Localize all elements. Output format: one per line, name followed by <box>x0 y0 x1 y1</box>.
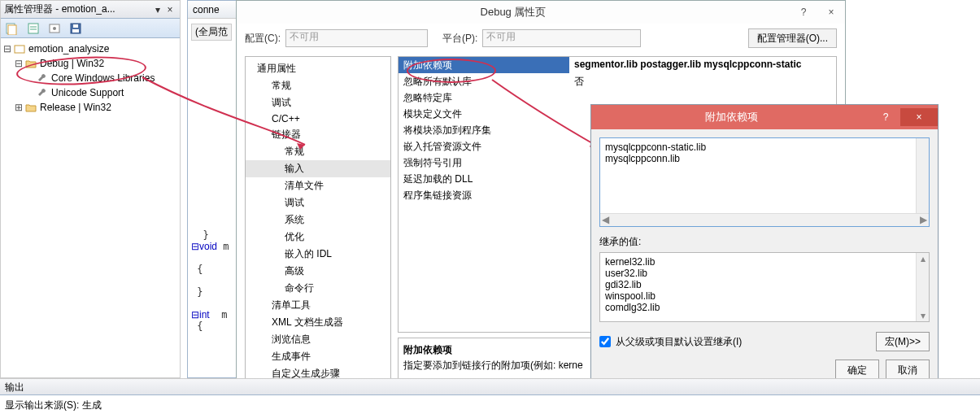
cat-linker[interactable]: 链接器 <box>246 126 390 143</box>
code-line <box>191 298 240 309</box>
inherit-checkbox-label: 从父级或项目默认设置继承(I) <box>616 335 742 349</box>
output-source-value[interactable]: 生成 <box>82 399 102 411</box>
cat-buildevt[interactable]: 生成事件 <box>246 348 390 365</box>
code-line: } <box>191 229 240 241</box>
code-line: { <box>191 264 240 275</box>
dep-line: mysqlcppconn.lib <box>605 153 924 164</box>
scrollbar-vertical[interactable]: ▴▾ <box>916 253 929 321</box>
wrench-icon <box>37 87 48 98</box>
cat-regular1[interactable]: 常规 <box>246 77 390 94</box>
svg-rect-1 <box>8 25 16 35</box>
tb-icon-2[interactable] <box>27 22 40 35</box>
cat-debug[interactable]: 调试 <box>246 94 390 111</box>
config-manager-button[interactable]: 配置管理器(O)... <box>748 28 837 48</box>
tb-icon-1[interactable] <box>6 22 19 35</box>
cat-manifest-tool[interactable]: 清单工具 <box>246 297 390 314</box>
cat-linker-advanced[interactable]: 高级 <box>246 263 390 280</box>
dropdown-icon[interactable]: ▾ <box>152 4 163 15</box>
help-button[interactable]: ? <box>871 108 900 126</box>
grid-row[interactable]: 忽略特定库 <box>399 89 836 106</box>
inherit-item: kernel32.lib <box>605 256 924 268</box>
tb-icon-3[interactable] <box>48 22 61 35</box>
code-line: { <box>191 320 240 332</box>
annotation-circle-2 <box>407 59 496 83</box>
inherit-item: gdi32.lib <box>605 279 924 290</box>
scope-combo[interactable]: (全局范 <box>191 24 232 41</box>
tree-release-win32[interactable]: ⊞Release | Win32 <box>2 100 178 115</box>
code-line: ⊟int m <box>191 309 240 320</box>
macro-button[interactable]: 宏(M)>> <box>876 332 930 351</box>
inherit-listbox[interactable]: kernel32.lib user32.lib gdi32.lib winspo… <box>599 252 930 322</box>
code-tab[interactable]: conne <box>188 1 243 19</box>
platform-label: 平台(P): <box>442 32 477 46</box>
config-label: 配置(C): <box>245 32 281 46</box>
inherit-label: 继承的值: <box>599 235 930 249</box>
scrollbar-horizontal[interactable]: ◀▶ <box>600 213 929 226</box>
dialog-title: Debug 属性页 <box>237 5 790 20</box>
cat-linker-optimize[interactable]: 优化 <box>246 229 390 246</box>
modal-title: 附加依赖项 <box>591 110 871 124</box>
deps-textarea[interactable]: mysqlcppconn-static.lib mysqlcppconn.lib… <box>599 137 930 227</box>
tree-root[interactable]: ⊟emotion_analysize <box>2 41 178 56</box>
pm-title: 属性管理器 - emotion_a... <box>4 2 152 16</box>
pm-header: 属性管理器 - emotion_a... ▾ × <box>1 1 180 19</box>
collapse-icon[interactable]: ⊟ <box>2 43 12 54</box>
cat-linker-manifest[interactable]: 清单文件 <box>246 177 390 194</box>
inherit-checkbox[interactable] <box>599 336 611 347</box>
scrollbar-vertical[interactable] <box>916 138 929 213</box>
svg-rect-6 <box>73 24 78 28</box>
code-line: } <box>191 286 240 298</box>
help-button[interactable]: ? <box>790 3 817 21</box>
project-icon <box>14 43 25 54</box>
cat-browse[interactable]: 浏览信息 <box>246 331 390 348</box>
modal-titlebar[interactable]: 附加依赖项 ? × <box>591 105 938 129</box>
cat-linker-debug[interactable]: 调试 <box>246 194 390 211</box>
cat-xmlgen[interactable]: XML 文档生成器 <box>246 314 390 331</box>
cat-linker-cmdline[interactable]: 命令行 <box>246 280 390 297</box>
close-button[interactable]: × <box>900 108 938 126</box>
cat-general[interactable]: 通用属性 <box>246 60 390 77</box>
save-icon[interactable] <box>69 22 82 35</box>
svg-rect-7 <box>72 29 79 33</box>
pm-toolbar <box>1 19 180 38</box>
platform-select[interactable]: 不可用 <box>482 29 641 47</box>
config-select[interactable]: 不可用 <box>285 29 428 47</box>
close-button[interactable]: × <box>817 3 845 21</box>
code-line: ⊟void m <box>191 241 240 252</box>
cat-linker-input[interactable]: 输入 <box>246 160 390 177</box>
dep-line: mysqlcppconn-static.lib <box>605 142 924 153</box>
folder-icon <box>25 102 37 113</box>
tree-unicode[interactable]: Unicode Support <box>2 85 178 100</box>
close-icon[interactable]: × <box>163 4 176 15</box>
inherit-item: winspool.lib <box>605 290 924 302</box>
svg-point-4 <box>53 27 56 30</box>
output-header: 输出 <box>0 379 980 395</box>
additional-deps-modal: 附加依赖项 ? × mysqlcppconn-static.lib mysqlc… <box>590 104 939 390</box>
config-row: 配置(C): 不可用 平台(P): 不可用 配置管理器(O)... <box>237 24 845 56</box>
code-line <box>191 252 240 264</box>
cat-linker-idl[interactable]: 嵌入的 IDL <box>246 246 390 263</box>
inherit-item: user32.lib <box>605 268 924 279</box>
output-panel: 输出 显示输出来源(S): 生成 <box>0 378 980 414</box>
expand-icon[interactable]: ⊞ <box>14 102 24 113</box>
code-line <box>191 275 240 286</box>
dialog-titlebar[interactable]: Debug 属性页 ? × <box>237 1 845 24</box>
svg-rect-2 <box>28 24 38 33</box>
output-source-row: 显示输出来源(S): 生成 <box>0 395 980 414</box>
svg-rect-8 <box>15 46 24 53</box>
inherit-item: comdlg32.lib <box>605 302 924 313</box>
category-tree[interactable]: 通用属性 常规 调试 C/C++ 链接器 常规 输入 清单文件 调试 系统 优化… <box>245 56 391 383</box>
cat-linker-regular[interactable]: 常规 <box>246 143 390 160</box>
cat-linker-system[interactable]: 系统 <box>246 211 390 229</box>
output-source-label: 显示输出来源(S): <box>5 399 79 411</box>
cat-cpp[interactable]: C/C++ <box>246 111 390 126</box>
